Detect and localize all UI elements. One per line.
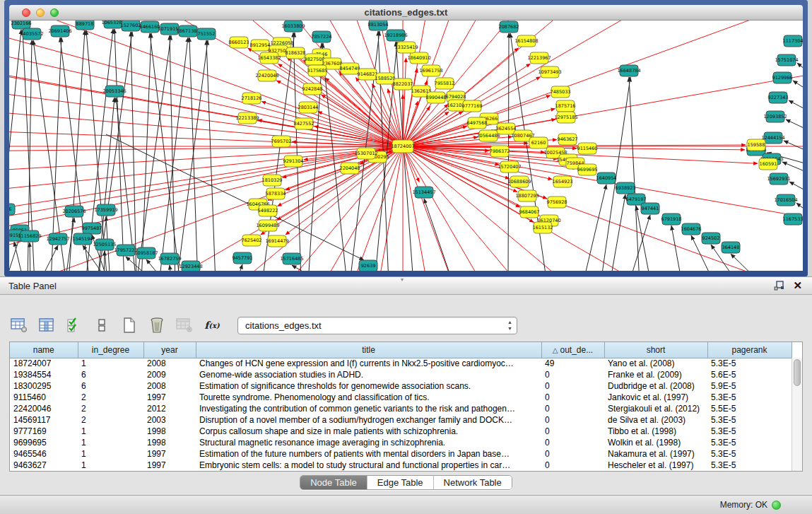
select-columns-icon[interactable]	[65, 316, 83, 334]
network-node[interactable]: 15716485	[280, 253, 303, 264]
network-node[interactable]: 16782759	[158, 253, 181, 264]
network-node[interactable]: 5498222	[258, 205, 278, 216]
network-node[interactable]: 92639	[359, 260, 377, 271]
show-columns-icon[interactable]	[37, 316, 56, 334]
minimize-window-icon[interactable]	[36, 8, 45, 17]
network-node[interactable]: 889718	[76, 21, 94, 30]
network-node[interactable]: 947441	[641, 203, 659, 214]
table-row[interactable]: 946362711997Embryonic stem cells: a mode…	[10, 460, 792, 471]
network-node[interactable]: 7986372	[490, 146, 510, 157]
column-header-title[interactable]: title	[196, 342, 541, 358]
network-node[interactable]: 8427552	[294, 118, 314, 129]
close-window-icon[interactable]	[22, 8, 30, 17]
column-header-pagerank[interactable]: pagerank	[707, 342, 792, 358]
network-node[interactable]: 8912954	[250, 40, 271, 51]
create-table-icon[interactable]	[120, 316, 139, 334]
network-node[interactable]: 9975487	[82, 223, 102, 234]
close-panel-icon[interactable]: ✕	[793, 280, 802, 291]
network-node[interactable]: 1545194	[73, 233, 93, 245]
network-node[interactable]: 6497568	[467, 117, 488, 129]
network-node[interactable]: 1167533	[783, 214, 803, 225]
zoom-window-icon[interactable]	[50, 8, 59, 17]
network-node[interactable]: 1640954	[596, 173, 617, 184]
network-node[interactable]: 10688609	[507, 176, 531, 187]
network-node[interactable]: 15720407	[498, 161, 521, 173]
table-scrollbar[interactable]	[792, 358, 802, 471]
scrollbar-thumb[interactable]	[794, 359, 801, 386]
network-node[interactable]: 12975185	[554, 112, 577, 123]
row-height-icon[interactable]	[93, 316, 111, 334]
network-node[interactable]: 159588	[747, 139, 765, 151]
network-node[interactable]: 9463627	[558, 134, 578, 145]
network-node[interactable]: 10973493	[538, 66, 561, 78]
network-node[interactable]: 1117304	[783, 35, 803, 47]
network-node[interactable]: 1875716	[555, 100, 576, 112]
network-node[interactable]: 160591	[759, 158, 777, 170]
network-node[interactable]: 12093852	[763, 111, 787, 122]
network-node[interactable]: 16154808	[514, 35, 538, 47]
network-node[interactable]: 9699695	[577, 164, 598, 175]
network-node[interactable]: 9777169	[462, 100, 483, 112]
network-node[interactable]: 20053346	[102, 86, 126, 97]
network-node[interactable]: 9457791	[233, 252, 253, 264]
network-node[interactable]: 12213389	[235, 112, 259, 124]
network-node[interactable]: 9227343	[768, 92, 789, 103]
network-node[interactable]: 8990448	[426, 92, 447, 103]
network-node[interactable]: 12923448	[179, 261, 202, 271]
table-row[interactable]: 1872400712008Changes of HCN gene express…	[10, 358, 792, 369]
table-row[interactable]: 911546021997Tourette syndrome. Phenomeno…	[10, 392, 792, 403]
network-node[interactable]: 19218986	[384, 30, 407, 41]
network-node[interactable]: 16914479	[265, 235, 288, 247]
network-node[interactable]: 11156829	[18, 230, 41, 242]
table-row[interactable]: 969969511998Structural magnetic resonanc…	[10, 437, 792, 448]
network-node[interactable]: 1654923	[553, 176, 573, 187]
network-node[interactable]: 16543382	[257, 52, 281, 64]
network-node[interactable]: 10958187	[134, 247, 158, 259]
network-node[interactable]: 1615132	[533, 222, 553, 233]
network-node[interactable]: 8186328	[286, 47, 306, 59]
network-node[interactable]: 9291304	[283, 156, 304, 167]
network-node[interactable]: 9684067	[519, 206, 540, 218]
network-node[interactable]: 20206576	[62, 206, 86, 217]
network-node[interactable]: 5878334	[266, 188, 286, 199]
table-row[interactable]: 1938455462009Genome-wide association stu…	[10, 369, 792, 380]
network-node[interactable]: 3175685	[307, 65, 328, 76]
table-selector-dropdown[interactable]: citations_edges.txt ▲▼	[237, 317, 517, 334]
network-node[interactable]: 12505135	[93, 239, 116, 250]
network-node[interactable]: 14035572	[20, 28, 43, 40]
table-row[interactable]: 1830029562008Estimation of significance …	[10, 380, 792, 392]
table-row[interactable]: 946554611997Estimation of the future num…	[10, 448, 792, 460]
network-node[interactable]: 1604676	[681, 223, 702, 235]
network-node[interactable]: 18640910	[407, 52, 430, 64]
network-node[interactable]: 751552	[197, 28, 216, 40]
network-node[interactable]: 2718126	[242, 93, 262, 104]
column-header-out_de[interactable]: △out_de...	[541, 342, 604, 358]
network-node[interactable]: 22420046	[255, 70, 278, 81]
tab-node-table[interactable]: Node Table	[300, 476, 367, 489]
network-node[interactable]: 15307012	[354, 148, 377, 159]
network-node[interactable]: 9115460	[577, 143, 598, 154]
network-node[interactable]: 12213967	[527, 52, 551, 64]
network-node[interactable]: 62160	[529, 137, 548, 148]
network-canvas[interactable]: 2302166140355722069140688971810653287152…	[9, 21, 803, 271]
network-node[interactable]: 16099489	[256, 220, 279, 231]
network-node[interactable]: 18724007	[391, 140, 414, 153]
network-node[interactable]: 3396	[9, 204, 15, 215]
network-node[interactable]: 364148	[722, 242, 740, 253]
column-header-short[interactable]: short	[604, 342, 707, 358]
column-header-in_degree[interactable]: in_degree	[78, 342, 143, 358]
network-node[interactable]: 7625402	[242, 235, 262, 246]
delete-rows-icon[interactable]	[148, 316, 166, 334]
network-node[interactable]: 17359919	[94, 204, 117, 216]
function-builder-icon[interactable]: f(x)	[203, 316, 221, 334]
citation-network-graph[interactable]: 2302166140355722069140688971810653287152…	[9, 21, 803, 271]
network-node[interactable]: 16648784	[617, 65, 640, 76]
tab-edge-table[interactable]: Edge Table	[367, 476, 434, 489]
table-row[interactable]: 977716911998Corpus callosum shape and si…	[10, 426, 792, 437]
column-header-year[interactable]: year	[143, 342, 196, 358]
table-row[interactable]: 2242004622012Investigating the contribut…	[10, 403, 792, 414]
network-node[interactable]: 20691406	[48, 25, 71, 37]
network-node[interactable]: 6791918	[661, 214, 682, 225]
table-panel-titlebar[interactable]: Table Panel ▾ ✕	[0, 276, 812, 295]
window-titlebar[interactable]: citations_edges.txt	[9, 5, 803, 21]
